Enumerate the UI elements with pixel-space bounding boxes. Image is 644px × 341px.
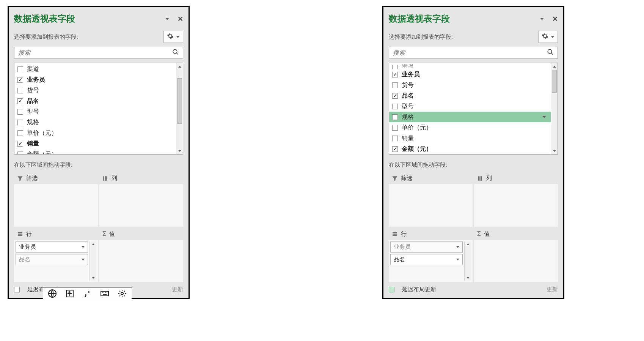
search-icon[interactable]: [172, 49, 179, 57]
checkbox-icon[interactable]: [17, 98, 23, 104]
field-item[interactable]: 金额（元）: [14, 149, 176, 154]
rows-zone[interactable]: 行 业务员品名: [14, 228, 98, 283]
row-field-item[interactable]: 业务员: [390, 242, 463, 253]
scroll-down-icon[interactable]: [176, 147, 183, 154]
checkbox-icon[interactable]: [392, 136, 398, 141]
field-item[interactable]: 品名: [389, 90, 551, 101]
field-item[interactable]: 货号: [14, 85, 176, 96]
search-box[interactable]: [14, 47, 183, 59]
keyboard-icon[interactable]: [100, 289, 110, 298]
field-item[interactable]: 规格: [14, 117, 176, 128]
checkbox-icon[interactable]: [392, 125, 398, 131]
row-field-item[interactable]: 品名: [16, 254, 88, 265]
pane-menu-dropdown-icon[interactable]: [540, 18, 544, 20]
field-item[interactable]: 型号: [14, 106, 176, 117]
scroll-track[interactable]: [90, 248, 96, 275]
field-item-partial[interactable]: 渠道: [389, 64, 551, 69]
field-item[interactable]: 销量: [14, 138, 176, 149]
defer-update-toggle[interactable]: 延迟布局更新: [389, 286, 436, 293]
chevron-down-icon[interactable]: [456, 246, 459, 248]
update-button[interactable]: 更新: [547, 286, 558, 293]
field-item[interactable]: 单价（元）: [389, 122, 551, 133]
search-input[interactable]: [393, 49, 547, 56]
chevron-down-icon[interactable]: [82, 259, 85, 260]
settings-icon[interactable]: [117, 289, 127, 298]
field-list[interactable]: 渠道 业务员货号品名型号规格单价（元）销量金额（元）: [389, 63, 551, 154]
checkbox-icon[interactable]: [392, 65, 398, 69]
field-item[interactable]: 单价（元）: [14, 128, 176, 138]
checkbox-icon[interactable]: [392, 114, 398, 120]
scroll-up-icon[interactable]: [90, 242, 96, 248]
values-body[interactable]: [99, 240, 183, 283]
values-body[interactable]: [474, 240, 558, 283]
mini-scrollbar[interactable]: [90, 242, 96, 281]
scroll-up-icon[interactable]: [176, 63, 183, 70]
chevron-down-icon[interactable]: [82, 246, 85, 248]
scrollbar[interactable]: [551, 63, 558, 154]
checkbox-icon[interactable]: [392, 82, 398, 88]
checkbox-icon[interactable]: [17, 141, 23, 147]
checkbox-icon[interactable]: [392, 72, 398, 77]
pane-menu-dropdown-icon[interactable]: [165, 18, 169, 20]
scrollbar[interactable]: [176, 63, 183, 154]
row-field-item[interactable]: 品名: [390, 254, 463, 265]
columns-zone[interactable]: 列: [474, 172, 558, 227]
field-item[interactable]: 销量: [389, 133, 551, 144]
field-list[interactable]: 渠道业务员货号品名型号规格单价（元）销量金额（元）: [14, 63, 176, 154]
ime-icon[interactable]: [65, 289, 75, 298]
scroll-down-icon[interactable]: [465, 275, 471, 281]
columns-zone[interactable]: 列: [99, 172, 183, 227]
scroll-track[interactable]: [176, 70, 183, 147]
scroll-track[interactable]: [465, 248, 471, 275]
filters-zone[interactable]: 筛选: [14, 172, 98, 227]
field-item[interactable]: 货号: [389, 80, 551, 90]
search-box[interactable]: [389, 47, 558, 59]
scroll-thumb[interactable]: [177, 78, 182, 124]
row-field-item[interactable]: 业务员: [16, 242, 88, 253]
defer-checkbox[interactable]: [389, 287, 394, 292]
rows-body[interactable]: 业务员品名: [389, 240, 473, 283]
checkbox-icon[interactable]: [17, 109, 23, 115]
close-icon[interactable]: ✕: [552, 15, 558, 23]
checkbox-icon[interactable]: [392, 104, 398, 109]
defer-checkbox[interactable]: [14, 287, 20, 292]
rows-body[interactable]: 业务员品名: [14, 240, 98, 283]
checkbox-icon[interactable]: [392, 93, 398, 99]
mini-scrollbar[interactable]: [464, 242, 471, 281]
field-item[interactable]: 业务员: [14, 74, 176, 85]
field-item[interactable]: 型号: [389, 101, 551, 112]
chevron-down-icon[interactable]: [456, 259, 459, 260]
globe-icon[interactable]: [47, 289, 57, 298]
checkbox-icon[interactable]: [17, 120, 23, 125]
values-zone[interactable]: Σ 值: [99, 228, 183, 283]
filters-zone[interactable]: 筛选: [389, 172, 473, 227]
values-zone[interactable]: Σ 值: [474, 228, 558, 283]
scroll-down-icon[interactable]: [90, 275, 96, 281]
filters-body[interactable]: [389, 184, 473, 227]
checkbox-icon[interactable]: [17, 88, 23, 93]
punctuation-icon[interactable]: [82, 289, 92, 298]
filters-body[interactable]: [14, 184, 98, 227]
checkbox-icon[interactable]: [17, 77, 23, 83]
tools-button[interactable]: [163, 31, 183, 43]
chevron-down-icon[interactable]: [542, 116, 546, 118]
tools-button[interactable]: [538, 31, 558, 43]
columns-body[interactable]: [474, 184, 558, 227]
search-input[interactable]: [18, 49, 172, 56]
checkbox-icon[interactable]: [17, 152, 23, 155]
field-item[interactable]: 渠道: [14, 64, 176, 74]
scroll-thumb[interactable]: [552, 70, 557, 93]
update-button[interactable]: 更新: [172, 286, 183, 293]
checkbox-icon[interactable]: [17, 130, 23, 136]
search-icon[interactable]: [547, 49, 554, 57]
scroll-down-icon[interactable]: [551, 147, 558, 154]
scroll-up-icon[interactable]: [551, 63, 558, 70]
checkbox-icon[interactable]: [17, 66, 23, 72]
rows-zone[interactable]: 行 业务员品名: [389, 228, 473, 283]
checkbox-icon[interactable]: [392, 146, 398, 152]
columns-body[interactable]: [99, 184, 183, 227]
field-item[interactable]: 规格: [389, 112, 551, 122]
close-icon[interactable]: ✕: [177, 15, 183, 23]
field-item[interactable]: 业务员: [389, 69, 551, 80]
field-item[interactable]: 品名: [14, 96, 176, 106]
